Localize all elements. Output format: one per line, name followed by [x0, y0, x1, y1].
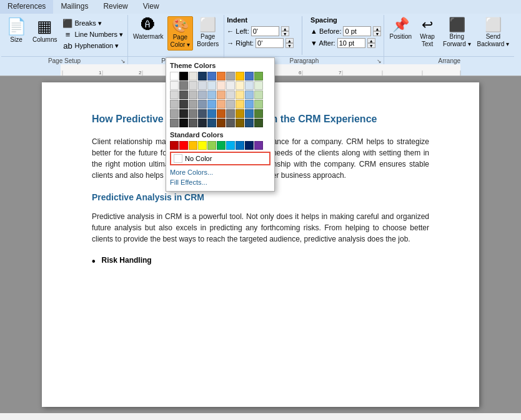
tc-r4-4[interactable] — [198, 100, 207, 109]
indent-left-input[interactable] — [251, 26, 279, 36]
spacing-before-input[interactable] — [343, 26, 371, 36]
wrap-text-button[interactable]: ↩ WrapText — [415, 16, 439, 49]
std-yellow[interactable] — [198, 141, 207, 150]
tc-r3-4[interactable] — [198, 90, 207, 99]
theme-color-blue2[interactable] — [245, 72, 254, 81]
tc-r3-6[interactable] — [217, 90, 226, 99]
std-red-dark[interactable] — [170, 141, 179, 150]
tc-r3-1[interactable] — [170, 90, 179, 99]
tc-r2-9[interactable] — [245, 81, 254, 90]
tc-r2-1[interactable] — [170, 81, 179, 90]
theme-color-orange[interactable] — [217, 72, 226, 81]
position-button[interactable]: 📌 Position — [387, 16, 414, 42]
std-light-green[interactable] — [207, 141, 216, 150]
fill-effects-link[interactable]: Fill Effects... — [170, 177, 270, 187]
tc-r3-3[interactable] — [189, 90, 197, 99]
tc-r5-2[interactable] — [179, 109, 188, 118]
indent-right-input[interactable] — [256, 38, 284, 48]
hyphenation-button[interactable]: ab Hyphenation ▾ — [61, 40, 125, 51]
std-dark-blue[interactable] — [245, 141, 254, 150]
tc-r5-7[interactable] — [226, 109, 235, 118]
tc-r4-2[interactable] — [179, 100, 188, 109]
tab-mailings[interactable]: Mailings — [53, 0, 96, 14]
theme-color-black[interactable] — [179, 72, 188, 81]
std-light-blue[interactable] — [226, 141, 235, 150]
tc-r5-8[interactable] — [236, 109, 244, 118]
tc-r6-1[interactable] — [170, 119, 179, 127]
tc-r4-10[interactable] — [254, 100, 263, 109]
tc-r3-10[interactable] — [254, 90, 263, 99]
spacing-after-input[interactable] — [337, 38, 365, 48]
tc-r6-3[interactable] — [189, 119, 197, 127]
spacing-after-arrows[interactable]: ▲ ▼ — [367, 38, 375, 48]
tc-r5-1[interactable] — [170, 109, 179, 118]
tc-r6-6[interactable] — [217, 119, 226, 127]
spacing-before-down[interactable]: ▼ — [373, 31, 381, 36]
page-setup-arrow[interactable]: ↘ — [121, 58, 126, 64]
tc-r5-9[interactable] — [245, 109, 254, 118]
tc-r4-3[interactable] — [189, 100, 197, 109]
spacing-after-up[interactable]: ▲ — [367, 38, 375, 43]
tc-r2-4[interactable] — [198, 81, 207, 90]
line-numbers-button[interactable]: ≡ Line Numbers ▾ — [61, 29, 125, 40]
size-button[interactable]: 📄 Size — [4, 16, 29, 45]
tc-r6-5[interactable] — [207, 119, 216, 127]
tc-r3-8[interactable] — [236, 90, 244, 99]
tc-r2-10[interactable] — [254, 81, 263, 90]
tc-r4-7[interactable] — [226, 100, 235, 109]
theme-color-gray-light[interactable] — [189, 72, 197, 81]
tc-r4-8[interactable] — [236, 100, 244, 109]
breaks-button[interactable]: ⬛ Breaks ▾ — [61, 17, 125, 29]
tc-r4-5[interactable] — [207, 100, 216, 109]
std-blue[interactable] — [236, 141, 244, 150]
spacing-after-down[interactable]: ▼ — [367, 43, 375, 48]
tc-r4-6[interactable] — [217, 100, 226, 109]
tc-r2-3[interactable] — [189, 81, 197, 90]
spacing-before-up[interactable]: ▲ — [373, 26, 381, 31]
tab-review[interactable]: Review — [96, 0, 135, 14]
columns-button[interactable]: ▦ Columns — [30, 16, 59, 45]
tc-r2-2[interactable] — [179, 81, 188, 90]
tc-r6-4[interactable] — [198, 119, 207, 127]
spacing-before-arrows[interactable]: ▲ ▼ — [373, 26, 381, 36]
theme-color-navy[interactable] — [198, 72, 207, 81]
std-orange[interactable] — [189, 141, 197, 150]
std-red[interactable] — [179, 141, 188, 150]
paragraph-arrow[interactable]: ↘ — [377, 58, 382, 64]
tc-r6-8[interactable] — [236, 119, 244, 127]
tc-r3-2[interactable] — [179, 90, 188, 99]
page-color-button[interactable]: 🎨 PageColor ▾ — [167, 16, 194, 51]
indent-right-down[interactable]: ▼ — [285, 43, 294, 48]
page-borders-button[interactable]: ⬜ PageBorders — [194, 16, 221, 49]
indent-right-arrows[interactable]: ▲ ▼ — [285, 38, 294, 48]
indent-left-arrows[interactable]: ▲ ▼ — [281, 26, 289, 36]
tc-r2-8[interactable] — [236, 81, 244, 90]
tc-r4-9[interactable] — [245, 100, 254, 109]
theme-color-green[interactable] — [254, 72, 263, 81]
tc-r5-10[interactable] — [254, 109, 263, 118]
tc-r3-9[interactable] — [245, 90, 254, 99]
tc-r3-5[interactable] — [207, 90, 216, 99]
tc-r4-1[interactable] — [170, 100, 179, 109]
tc-r3-7[interactable] — [226, 90, 235, 99]
bring-forward-button[interactable]: ⬛ BringForward ▾ — [440, 16, 473, 49]
theme-color-gray[interactable] — [226, 72, 235, 81]
tc-r2-5[interactable] — [207, 81, 216, 90]
send-backward-button[interactable]: ⬜ SendBackward ▾ — [475, 16, 512, 49]
more-colors-link[interactable]: More Colors... — [170, 167, 270, 177]
tc-r2-6[interactable] — [217, 81, 226, 90]
theme-color-gold[interactable] — [236, 72, 244, 81]
tc-r6-7[interactable] — [226, 119, 235, 127]
tab-references[interactable]: References — [0, 0, 53, 14]
indent-left-up[interactable]: ▲ — [281, 26, 289, 31]
tc-r6-10[interactable] — [254, 119, 263, 127]
no-color-button[interactable]: No Color — [170, 152, 270, 165]
indent-right-up[interactable]: ▲ — [285, 38, 294, 43]
tc-r6-9[interactable] — [245, 119, 254, 127]
theme-color-blue[interactable] — [207, 72, 216, 81]
theme-color-white[interactable] — [170, 72, 179, 81]
tc-r6-2[interactable] — [179, 119, 188, 127]
tab-view[interactable]: View — [136, 0, 167, 14]
tc-r5-5[interactable] — [207, 109, 216, 118]
tc-r5-3[interactable] — [189, 109, 197, 118]
